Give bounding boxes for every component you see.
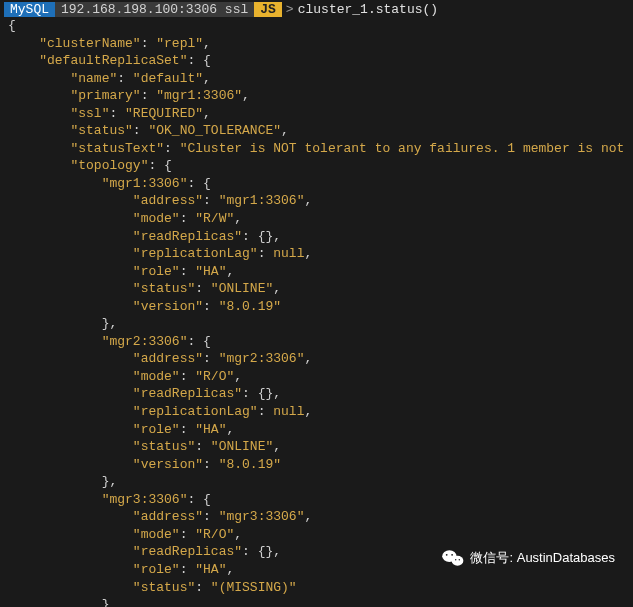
- svg-point-5: [459, 559, 460, 560]
- svg-point-4: [455, 559, 456, 560]
- svg-point-3: [452, 554, 454, 556]
- watermark-label: 微信号: AustinDatabases: [470, 549, 615, 567]
- svg-point-1: [452, 556, 464, 566]
- command-text: cluster_1.status(): [298, 2, 438, 17]
- watermark: 微信号: AustinDatabases: [442, 549, 615, 567]
- host-badge: 192.168.198.100:3306 ssl: [55, 2, 254, 17]
- prompt-arrow: >: [286, 2, 294, 17]
- js-badge: JS: [254, 2, 282, 17]
- output-block: { "clusterName": "repl", "defaultReplica…: [4, 17, 629, 607]
- svg-point-2: [446, 554, 448, 556]
- terminal: MySQL 192.168.198.100:3306 ssl JS > clus…: [0, 0, 633, 607]
- prompt-line[interactable]: MySQL 192.168.198.100:3306 ssl JS > clus…: [4, 2, 629, 17]
- mysql-badge: MySQL: [4, 2, 55, 17]
- wechat-icon: [442, 549, 464, 567]
